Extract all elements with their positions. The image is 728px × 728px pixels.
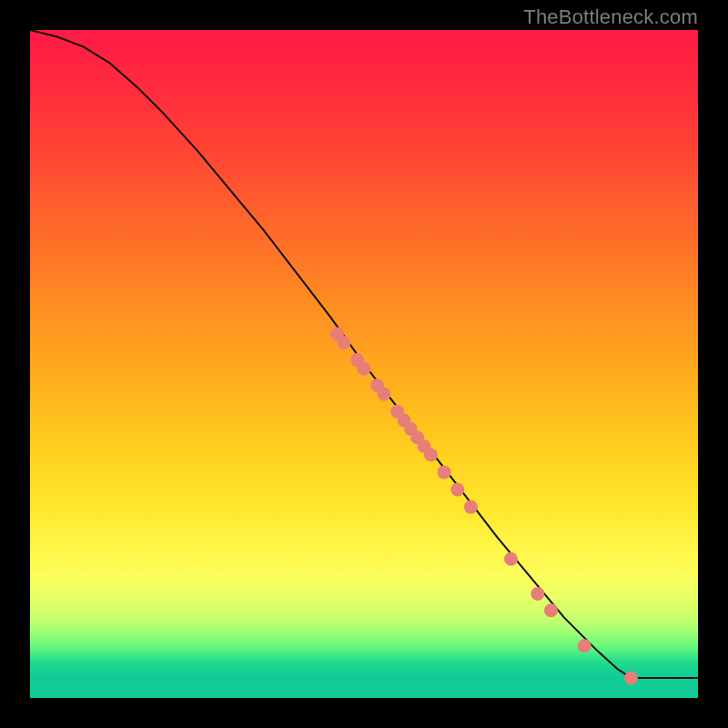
data-marker [624, 672, 638, 685]
data-marker [531, 587, 544, 601]
watermark-text: TheBottleneck.com [523, 5, 698, 29]
data-marker [424, 448, 438, 461]
data-marker [504, 552, 518, 566]
chart-frame: TheBottleneck.com [0, 0, 728, 728]
plot-area [30, 30, 698, 698]
data-marker [378, 388, 391, 401]
bottleneck-curve [30, 30, 698, 678]
data-marker [450, 483, 464, 497]
data-marker [358, 362, 371, 376]
data-marker [438, 465, 451, 479]
data-markers [330, 328, 638, 685]
data-marker [544, 603, 558, 617]
data-marker [578, 639, 592, 652]
data-marker [338, 336, 351, 349]
data-marker [464, 500, 478, 514]
curve-svg [30, 30, 698, 698]
